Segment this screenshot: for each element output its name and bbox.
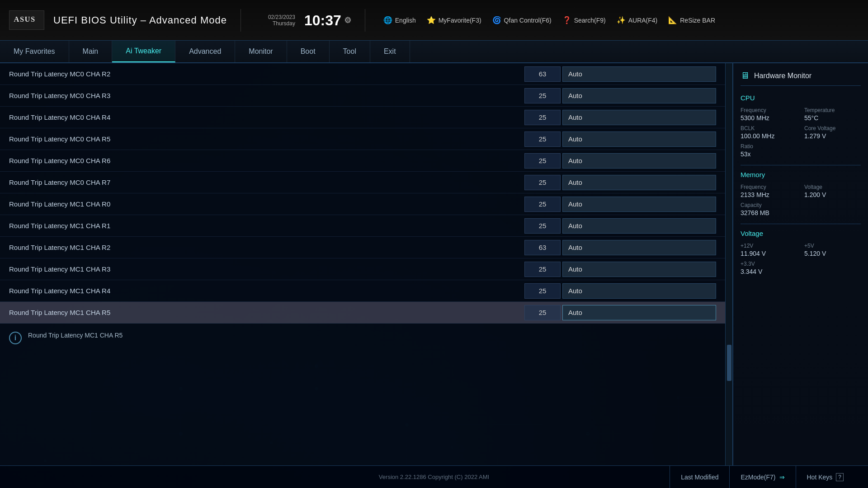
setting-num: 25 [524, 110, 561, 125]
settings-icon[interactable]: ⚙ [344, 16, 351, 24]
time-text: 10:37 [304, 13, 341, 28]
tool-resizebar-label: ReSize BAR [680, 17, 715, 24]
setting-value[interactable]: Auto [562, 262, 716, 277]
tool-search[interactable]: ❓ Search(F9) [562, 16, 606, 24]
settings-list: Round Trip Latency MC0 CHA R263AutoRound… [0, 63, 725, 324]
datetime: 02/23/2023 Thursday [255, 14, 295, 27]
info-text: Round Trip Latency MC1 CHA R5 [28, 331, 123, 340]
v12-label: +12V [741, 243, 797, 249]
setting-row[interactable]: Round Trip Latency MC0 CHA R325Auto [0, 85, 725, 107]
nav-my-favorites[interactable]: My Favorites [0, 41, 69, 62]
mem-cap-label: Capacity [741, 202, 797, 208]
last-modified-label: Last Modified [681, 474, 718, 481]
last-modified-button[interactable]: Last Modified [670, 466, 729, 488]
scrollbar-track[interactable] [725, 63, 732, 465]
clock: 10:37 ⚙ [304, 13, 351, 28]
setting-value[interactable]: Auto [562, 240, 716, 255]
tool-english[interactable]: 🌐 English [383, 16, 416, 24]
setting-num: 25 [524, 197, 561, 212]
setting-num: 25 [524, 283, 561, 299]
v12-item: +12V 11.904 V [741, 243, 797, 257]
tool-aura[interactable]: ✨ AURA(F4) [617, 16, 658, 24]
nav-main[interactable]: Main [69, 41, 113, 62]
nav-menu: My Favorites Main Ai Tweaker Advanced Mo… [0, 41, 868, 63]
v5-value: 5.120 V [804, 250, 861, 257]
setting-value[interactable]: Auto [562, 305, 716, 320]
day-text: Thursday [273, 20, 295, 27]
version-text: Version 2.22.1286 Copyright (C) 2022 AMI [379, 474, 489, 480]
setting-name: Round Trip Latency MC0 CHA R6 [9, 157, 524, 164]
tool-myfavorite[interactable]: ⭐ MyFavorite(F3) [427, 16, 481, 24]
setting-name: Round Trip Latency MC1 CHA R5 [9, 309, 524, 316]
setting-name: Round Trip Latency MC1 CHA R2 [9, 244, 524, 251]
setting-row[interactable]: Round Trip Latency MC0 CHA R425Auto [0, 107, 725, 128]
setting-value[interactable]: Auto [562, 218, 716, 234]
setting-value[interactable]: Auto [562, 110, 716, 125]
cpu-corevolt-value: 1.279 V [804, 132, 861, 140]
setting-row[interactable]: Round Trip Latency MC0 CHA R263Auto [0, 63, 725, 85]
cpu-grid: Frequency 5300 MHz Temperature 55°C BCLK… [741, 107, 861, 158]
v33-label: +3.3V [741, 261, 797, 267]
setting-row[interactable]: Round Trip Latency MC1 CHA R325Auto [0, 258, 725, 280]
tool-aura-label: AURA(F4) [628, 17, 658, 24]
v12-value: 11.904 V [741, 250, 797, 257]
nav-exit[interactable]: Exit [370, 41, 410, 62]
fan-icon: 🌀 [492, 16, 501, 24]
mem-cap-item: Capacity 32768 MB [741, 202, 797, 216]
header-tools: 🌐 English ⭐ MyFavorite(F3) 🌀 Qfan Contro… [383, 16, 715, 24]
mem-volt-value: 1.200 V [804, 191, 861, 198]
setting-num: 25 [524, 262, 561, 277]
nav-tool[interactable]: Tool [330, 41, 370, 62]
nav-advanced[interactable]: Advanced [175, 41, 235, 62]
cpu-temp-label: Temperature [804, 107, 861, 113]
setting-row[interactable]: Round Trip Latency MC1 CHA R025Auto [0, 193, 725, 215]
setting-row[interactable]: Round Trip Latency MC1 CHA R263Auto [0, 237, 725, 258]
setting-value[interactable]: Auto [562, 66, 716, 82]
hw-monitor-title-text: Hardware Monitor [754, 72, 811, 80]
tool-myfavorite-label: MyFavorite(F3) [439, 17, 481, 24]
content-panel: Round Trip Latency MC0 CHA R263AutoRound… [0, 63, 725, 465]
setting-row[interactable]: Round Trip Latency MC0 CHA R625Auto [0, 150, 725, 172]
setting-name: Round Trip Latency MC1 CHA R1 [9, 222, 524, 230]
setting-value[interactable]: Auto [562, 131, 716, 147]
setting-row[interactable]: Round Trip Latency MC0 CHA R525Auto [0, 128, 725, 150]
setting-row[interactable]: Round Trip Latency MC1 CHA R525Auto [0, 302, 725, 324]
setting-value[interactable]: Auto [562, 88, 716, 103]
setting-row[interactable]: Round Trip Latency MC1 CHA R425Auto [0, 280, 725, 302]
cpu-corevolt-label: Core Voltage [804, 125, 861, 131]
hw-monitor-panel: 🖥 Hardware Monitor CPU Frequency 5300 MH… [732, 63, 868, 465]
setting-value[interactable]: Auto [562, 283, 716, 299]
tool-qfan[interactable]: 🌀 Qfan Control(F6) [492, 16, 552, 24]
setting-name: Round Trip Latency MC1 CHA R0 [9, 200, 524, 208]
setting-row[interactable]: Round Trip Latency MC1 CHA R125Auto [0, 215, 725, 237]
bottom-bar: Version 2.22.1286 Copyright (C) 2022 AMI… [0, 465, 868, 488]
ez-mode-label: EzMode(F7) [741, 474, 775, 481]
nav-monitor[interactable]: Monitor [235, 41, 287, 62]
mem-volt-label: Voltage [804, 184, 861, 190]
setting-num: 25 [524, 131, 561, 147]
setting-row[interactable]: Round Trip Latency MC0 CHA R725Auto [0, 172, 725, 193]
nav-ai-tweaker[interactable]: Ai Tweaker [112, 41, 175, 62]
setting-value[interactable]: Auto [562, 197, 716, 212]
setting-name: Round Trip Latency MC0 CHA R3 [9, 92, 524, 99]
date-text: 02/23/2023 [268, 14, 295, 20]
ez-mode-button[interactable]: EzMode(F7) ⇒ [729, 466, 795, 488]
header-divider [241, 9, 241, 32]
v33-value: 3.344 V [741, 268, 797, 275]
memory-section-title: Memory [741, 171, 861, 178]
asus-logo-box: ASUS [9, 10, 44, 30]
hot-keys-label: Hot Keys [807, 474, 833, 481]
setting-value[interactable]: Auto [562, 153, 716, 169]
nav-boot[interactable]: Boot [287, 41, 330, 62]
hot-keys-button[interactable]: Hot Keys ? [796, 466, 855, 488]
cpu-ratio-label: Ratio [741, 143, 797, 150]
setting-num: 25 [524, 218, 561, 234]
setting-name: Round Trip Latency MC1 CHA R3 [9, 265, 524, 273]
tool-resizebar[interactable]: 📐 ReSize BAR [668, 16, 715, 24]
cpu-bclk-value: 100.00 MHz [741, 132, 797, 140]
setting-num: 63 [524, 240, 561, 255]
setting-value[interactable]: Auto [562, 175, 716, 190]
scrollbar-thumb[interactable] [727, 345, 731, 381]
cpu-ratio-value: 53x [741, 150, 797, 158]
globe-icon: 🌐 [383, 16, 392, 24]
